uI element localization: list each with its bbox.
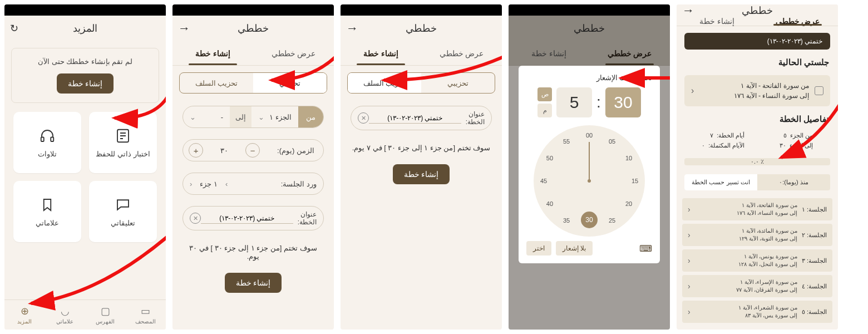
session-range: من سورة الإسراء، الآية ١إلى سورة الفرقان… <box>691 278 797 294</box>
range-from-label: من <box>298 106 323 127</box>
clear-icon[interactable]: ✕ <box>190 213 201 224</box>
session-number: الجلسة: ٢ <box>797 232 827 239</box>
hours-box[interactable]: 5 <box>556 87 592 117</box>
card-label: تعليقاتي <box>111 219 135 227</box>
tab-view-plans[interactable]: عرض خططي <box>253 41 334 65</box>
minutes-box[interactable]: 30 <box>605 87 641 117</box>
clock-number[interactable]: 40 <box>543 197 556 210</box>
keyboard-icon[interactable]: ⌨ <box>639 243 652 254</box>
tab-create-plan[interactable]: إنشاء خطة <box>677 17 757 26</box>
plan-details-title: تفاصيل الخطة <box>685 114 829 124</box>
back-icon[interactable]: → <box>346 21 358 36</box>
clock-number[interactable]: 15 <box>628 174 642 188</box>
plan-chip[interactable]: ختمتي (٢٠٢٣-٠٢-١٣) <box>684 33 830 50</box>
increment-button[interactable]: + <box>189 143 203 158</box>
clear-icon[interactable]: ✕ <box>358 112 369 124</box>
headphones-icon <box>39 127 56 144</box>
plan-summary: سوف تختم [من جزء ١ إلى جزء ٣٠ ] في ٣٠ يو… <box>183 244 324 261</box>
back-icon[interactable]: → <box>178 21 190 36</box>
clock-number[interactable]: 05 <box>605 135 619 148</box>
range-to-label: إلى <box>230 106 251 127</box>
plan-title-input[interactable] <box>201 213 293 224</box>
pm-button[interactable]: م <box>537 104 552 117</box>
comment-icon <box>115 197 131 213</box>
card-recitations[interactable]: تلاوات <box>13 112 81 173</box>
plan-title-input[interactable] <box>369 113 461 124</box>
session-item[interactable]: الجلسة: ٣من سورة يونس، الآية ١إلى سورة ا… <box>682 249 832 272</box>
status-bar <box>341 4 502 16</box>
card-bookmarks[interactable]: علاماتي <box>13 181 81 242</box>
main-tabs: عرض خططي إنشاء خطة <box>172 41 334 66</box>
clock-number[interactable]: 10 <box>622 151 635 165</box>
tab-view-plans[interactable]: عرض خططي <box>757 17 838 26</box>
plan-type-tabs: تحزيبي تحزيب السلف <box>179 72 327 94</box>
session-range: من سورة الفاتحة، الآية ١إلى سورة النساء،… <box>691 202 797 217</box>
nav-index[interactable]: ▢الفهرس <box>85 300 126 330</box>
clock-hand <box>589 142 590 181</box>
create-plan-button[interactable]: إنشاء خطة <box>225 273 282 293</box>
time-picker-dialog: تحديد وقت الإشعار 30 : 5 ص م 30 00051015… <box>519 66 660 263</box>
clock-number[interactable] <box>583 220 596 233</box>
clock-number[interactable]: 20 <box>622 197 635 210</box>
header: → خططي <box>172 16 334 41</box>
header: ↻ المزيد <box>4 16 166 41</box>
current-session-card[interactable]: من سورة الفاتحة - الآية ١إلى سورة النساء… <box>684 75 830 106</box>
session-item[interactable]: الجلسة: ٥من سورة الشعراء، الآية ١إلى سور… <box>682 301 832 323</box>
header: → خططي <box>341 16 502 41</box>
chevron-down-icon: ⌄ <box>258 113 264 121</box>
clock-number[interactable]: 25 <box>605 214 619 227</box>
status-bar <box>4 4 166 16</box>
card-label: اختبار ذاتي للحفظ <box>96 150 150 158</box>
no-notification-button[interactable]: بلا إشعار <box>556 241 593 256</box>
nav-bookmarks[interactable]: ◡علاماتي <box>45 300 86 330</box>
header: → خططي <box>677 4 838 17</box>
subtab-salaf[interactable]: تحزيب السلف <box>180 73 253 93</box>
clock-number[interactable]: 50 <box>543 151 556 165</box>
tab-create-plan[interactable]: إنشاء خطة <box>341 41 421 65</box>
nav-more[interactable]: ⊕المزيد <box>4 300 45 330</box>
session-item[interactable]: الجلسة: ٤من سورة الإسراء، الآية ١إلى سور… <box>682 275 832 297</box>
clock-number[interactable]: 35 <box>560 214 573 227</box>
open-book-icon: ▢ <box>101 305 110 317</box>
clock-face[interactable]: 30 0005101520253540455055 <box>534 125 645 237</box>
page-title: خططي <box>406 22 437 35</box>
create-plan-button[interactable]: إنشاء خطة <box>57 73 114 94</box>
card-comments[interactable]: تعليقاتي <box>89 181 157 242</box>
screen-plan-details: → خططي عرض خططي إنشاء خطة ختمتي (٢٠٢٣-٠٢… <box>677 4 838 330</box>
choose-button[interactable]: اختر <box>526 241 551 256</box>
session-item[interactable]: الجلسة: ١من سورة الفاتحة، الآية ١إلى سور… <box>682 198 832 220</box>
screen-create-salaf: → خططي عرض خططي إنشاء خطة تحزيبي تحزيب ا… <box>341 4 502 330</box>
create-plan-button[interactable]: إنشاء خطة <box>393 164 450 184</box>
decrement-button[interactable]: − <box>245 143 260 158</box>
session-item[interactable]: الجلسة: ٢من سورة المائدة، الآية ١إلى سور… <box>682 224 832 246</box>
ampm-toggle: ص م <box>537 87 552 117</box>
plan-meta: من الجزء ٥إلى الجزء ٣٠ أيام الخطة: ٧الآي… <box>684 131 830 150</box>
session-range: من سورة المائدة، الآية ١إلى سورة التوبة،… <box>691 227 797 243</box>
progress-bar: ٪ ٠.٠ <box>684 158 830 165</box>
wird-selector[interactable]: ورد الجلسة: ›١ جزء‹ <box>183 173 324 195</box>
status-bar <box>172 4 334 16</box>
current-session-title: جلستي الحالية <box>685 57 829 67</box>
clock-number[interactable]: 55 <box>560 135 573 148</box>
nav-mushaf[interactable]: ▭المصحف <box>126 300 166 330</box>
back-icon[interactable]: → <box>682 4 694 18</box>
range-selector[interactable]: من الجزء ١⌄ إلى -⌄ <box>183 106 324 128</box>
subtab-salaf[interactable]: تحزيب السلف <box>348 73 421 93</box>
refresh-icon[interactable]: ↻ <box>10 22 18 35</box>
clock-number[interactable]: 45 <box>537 174 550 188</box>
chevron-left-icon: ‹ <box>688 205 691 214</box>
chevron-left-icon: ‹ <box>691 86 694 96</box>
card-self-test[interactable]: اختبار ذاتي للحفظ <box>89 112 157 173</box>
subtab-own[interactable]: تحزيبي <box>253 73 327 93</box>
chevron-left-icon: ‹ <box>688 256 691 265</box>
svg-rect-5 <box>51 137 53 141</box>
page-title: المزيد <box>73 22 97 35</box>
session-checkbox[interactable] <box>815 86 823 95</box>
bottom-nav: ▭المصحف ▢الفهرس ◡علاماتي ⊕المزيد <box>4 299 166 330</box>
subtab-own[interactable]: تحزيبي <box>421 73 495 93</box>
screen-more: ↻ المزيد لم تقم بإنشاء خططك حتى الآن إنش… <box>4 4 166 330</box>
tab-view-plans[interactable]: عرض خططي <box>421 41 502 65</box>
am-button[interactable]: ص <box>537 87 552 101</box>
tab-create-plan[interactable]: إنشاء خطة <box>172 41 253 65</box>
clock-number[interactable]: 00 <box>583 129 596 142</box>
